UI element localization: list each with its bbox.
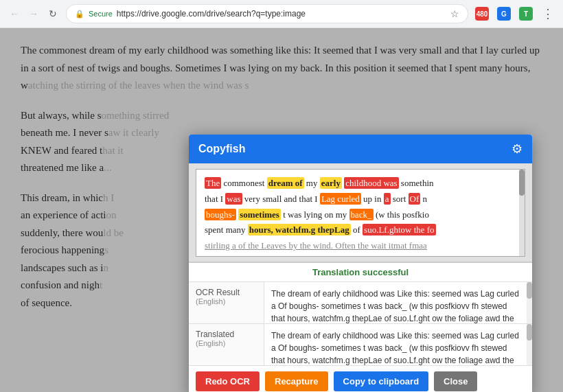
- hl-dream-of: dream of: [267, 177, 304, 189]
- translated-content: The dream of early childhood was Like th…: [264, 324, 527, 365]
- back-button[interactable]: ←: [5, 5, 23, 23]
- ext-g-button[interactable]: G: [494, 4, 514, 23]
- address-bar[interactable]: 🔒 Secure https://drive.google.com/drive/…: [66, 4, 468, 23]
- modal-title: Copyfish: [198, 143, 245, 155]
- translated-scrollbar[interactable]: [527, 324, 532, 365]
- preview-scrollbar[interactable]: [519, 170, 525, 256]
- hl-back: back_: [349, 209, 374, 220]
- screenshot-preview: The commonest dream of my early childhoo…: [189, 163, 532, 263]
- toolbar-icons: 480 G T ⋮: [472, 4, 558, 23]
- bookmark-button[interactable]: ☆: [450, 8, 459, 19]
- ocr-result-content: The dream of early childhood was Like th…: [264, 282, 527, 323]
- forward-button[interactable]: →: [25, 5, 43, 23]
- modal-header: Copyfish ⚙: [189, 135, 532, 163]
- ocr-result-row: OCR Result (English) The dream of early …: [189, 282, 532, 324]
- hl-suo: suo.Lf.ghtow the fo: [363, 224, 436, 235]
- hl-boughs: boughs-: [205, 209, 236, 220]
- ext-480-button[interactable]: 480: [472, 4, 492, 23]
- url-text: https://drive.google.com/drive/search?q=…: [117, 9, 446, 19]
- result-sections: OCR Result (English) The dream of early …: [189, 282, 532, 366]
- copyfish-modal: Copyfish ⚙ The commonest dream of my ear…: [189, 135, 532, 392]
- preview-line-3: boughs- sometimes t was lying on my back…: [205, 208, 516, 222]
- translation-status: Translation successful: [189, 263, 532, 282]
- browser-chrome: ← → ↻ 🔒 Secure https://drive.google.com/…: [0, 0, 563, 28]
- redo-ocr-button[interactable]: Redo OCR: [196, 371, 260, 391]
- preview-scrollbar-thumb: [519, 170, 525, 196]
- hl-the: The: [205, 177, 221, 189]
- ocr-result-label: OCR Result (English): [189, 282, 264, 323]
- hl-sometimes: sometimes: [238, 209, 281, 220]
- preview-inner: The commonest dream of my early childhoo…: [196, 169, 525, 257]
- copy-clipboard-button[interactable]: Copy to clipboard: [334, 371, 429, 391]
- translated-scrollbar-thumb: [527, 324, 532, 341]
- secure-icon: 🔒: [75, 10, 84, 19]
- translated-label: Translated (English): [189, 324, 264, 365]
- hl-of-n: Of: [409, 193, 421, 205]
- ext-g-icon: G: [497, 7, 511, 21]
- hl-childhood-was: childhood was: [344, 177, 398, 189]
- browser-toolbar: ← → ↻ 🔒 Secure https://drive.google.com/…: [0, 0, 563, 27]
- ext-480-icon: 480: [475, 7, 489, 21]
- ocr-scrollbar-thumb: [527, 282, 532, 299]
- hl-hours: hours, watchfm.g thepLag: [248, 224, 351, 235]
- preview-line-1: The commonest dream of my early childhoo…: [205, 176, 516, 191]
- nav-buttons: ← → ↻: [5, 5, 62, 23]
- translated-row: Translated (English) The dream of early …: [189, 324, 532, 366]
- ocr-lang: (English): [196, 297, 257, 305]
- preview-line-5: stirling a of the Leaves by the wind. Of…: [205, 239, 516, 253]
- preview-line-4: spent many hours, watchfm.g thepLag of s…: [205, 223, 516, 238]
- page-content: The commonest dream of my early childhoo…: [0, 28, 563, 392]
- hl-a: a: [384, 193, 391, 205]
- close-button[interactable]: Close: [434, 371, 477, 391]
- translated-lang: (English): [196, 339, 257, 347]
- more-button[interactable]: ⋮: [538, 4, 558, 23]
- translated-label-text: Translated: [196, 330, 257, 339]
- menu-dots-icon: ⋮: [542, 6, 555, 21]
- ocr-label-text: OCR Result: [196, 288, 257, 297]
- recapture-button[interactable]: Recapture: [265, 371, 328, 391]
- ext-green-button[interactable]: T: [516, 4, 536, 23]
- settings-button[interactable]: ⚙: [512, 141, 522, 157]
- ext-green-icon: T: [519, 7, 533, 21]
- hl-early: early: [320, 177, 342, 189]
- hl-lag-curled: Lag curled: [320, 193, 361, 205]
- refresh-button[interactable]: ↻: [44, 5, 62, 23]
- ocr-scrollbar[interactable]: [527, 282, 532, 323]
- action-buttons: Redo OCR Recapture Copy to clipboard Clo…: [189, 366, 532, 392]
- hl-was: was: [225, 193, 242, 205]
- secure-label: Secure: [89, 10, 113, 18]
- preview-line-2: that I was very small and that I Lag cur…: [205, 192, 516, 207]
